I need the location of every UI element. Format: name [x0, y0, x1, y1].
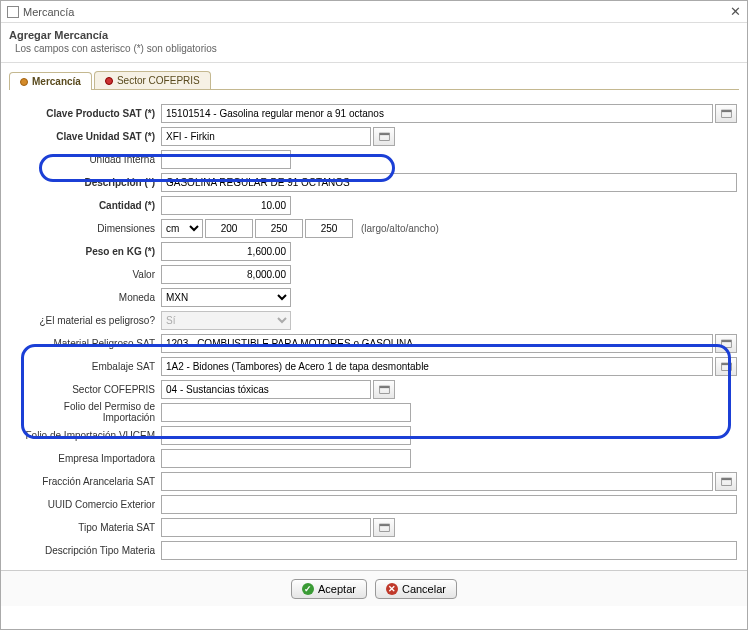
lbl-sector-cofepris: Sector COFEPRIS [11, 384, 161, 395]
lbl-fraccion: Fracción Arancelaria SAT [11, 476, 161, 487]
peso-input[interactable] [161, 242, 291, 261]
mat-peligroso-input[interactable] [161, 334, 713, 353]
tab-label: Mercancía [32, 76, 81, 87]
cancel-button[interactable]: ✕ Cancelar [375, 579, 457, 599]
lbl-uuid: UUID Comercio Exterior [11, 499, 161, 510]
window-icon [7, 6, 19, 18]
svg-rect-5 [721, 340, 731, 342]
lbl-folio-vucem: Folio de Importación VUCEM [11, 430, 161, 441]
lookup-button[interactable] [373, 127, 395, 146]
lbl-folio-permiso: Folio del Permiso de Importación [11, 401, 161, 423]
lbl-descripcion: Descripción (*) [84, 177, 155, 188]
lbl-embalaje: Embalaje SAT [11, 361, 161, 372]
lbl-desc-tipo-materia: Descripción Tipo Materia [11, 545, 161, 556]
svg-rect-3 [379, 133, 389, 135]
dim-ancho-input[interactable] [305, 219, 353, 238]
tabs: Mercancía Sector COFEPRIS [9, 71, 739, 90]
accept-label: Aceptar [318, 583, 356, 595]
tab-mercancia[interactable]: Mercancía [9, 72, 92, 90]
valor-input[interactable] [161, 265, 291, 284]
tab-cofepris[interactable]: Sector COFEPRIS [94, 71, 211, 89]
dim-alto-input[interactable] [255, 219, 303, 238]
header: Agregar Mercancía Los campos con asteris… [1, 23, 747, 58]
lbl-unidad-interna: Unidad Interna [11, 154, 161, 165]
dot-icon [105, 77, 113, 85]
lbl-valor: Valor [11, 269, 161, 280]
lbl-mat-peligroso: Material Peligroso SAT [11, 338, 161, 349]
peligroso-select: Sí [161, 311, 291, 330]
lbl-clave-producto: Clave Producto SAT (*) [46, 108, 155, 119]
window: Mercancía ✕ Agregar Mercancía Los campos… [0, 0, 748, 630]
svg-rect-9 [379, 386, 389, 388]
cancel-icon: ✕ [386, 583, 398, 595]
accept-button[interactable]: ✓ Aceptar [291, 579, 367, 599]
descripcion-input[interactable] [161, 173, 737, 192]
dot-icon [20, 78, 28, 86]
tab-label: Sector COFEPRIS [117, 75, 200, 86]
clave-producto-sat-input[interactable] [161, 104, 713, 123]
lookup-button[interactable] [373, 518, 395, 537]
form-area: Clave Producto SAT (*) Clave Unidad SAT … [1, 90, 747, 570]
lookup-button[interactable] [373, 380, 395, 399]
svg-rect-1 [721, 110, 731, 112]
lookup-button[interactable] [715, 357, 737, 376]
unidad-interna-input[interactable] [161, 150, 291, 169]
lbl-tipo-materia: Tipo Materia SAT [11, 522, 161, 533]
embalaje-input[interactable] [161, 357, 713, 376]
clave-unidad-sat-input[interactable] [161, 127, 371, 146]
lbl-dimensiones: Dimensiones [11, 223, 161, 234]
folio-permiso-input[interactable] [161, 403, 411, 422]
cancel-label: Cancelar [402, 583, 446, 595]
svg-rect-7 [721, 363, 731, 365]
titlebar: Mercancía ✕ [1, 1, 747, 23]
fraccion-input[interactable] [161, 472, 713, 491]
check-icon: ✓ [302, 583, 314, 595]
lbl-clave-unidad: Clave Unidad SAT (*) [56, 131, 155, 142]
svg-rect-13 [379, 524, 389, 526]
sector-cofepris-input[interactable] [161, 380, 371, 399]
cantidad-input[interactable] [161, 196, 291, 215]
lbl-cantidad: Cantidad (*) [99, 200, 155, 211]
lookup-button[interactable] [715, 104, 737, 123]
lbl-empresa-import: Empresa Importadora [11, 453, 161, 464]
footer: ✓ Aceptar ✕ Cancelar [1, 570, 747, 606]
uuid-input[interactable] [161, 495, 737, 514]
desc-tipo-materia-input[interactable] [161, 541, 737, 560]
close-icon[interactable]: ✕ [730, 4, 741, 19]
header-title: Agregar Mercancía [9, 29, 739, 41]
dim-hint: (largo/alto/ancho) [361, 223, 439, 234]
moneda-select[interactable]: MXN [161, 288, 291, 307]
tipo-materia-input[interactable] [161, 518, 371, 537]
header-subtitle: Los campos con asterisco (*) son obligat… [9, 43, 739, 54]
lookup-button[interactable] [715, 472, 737, 491]
dim-unit-select[interactable]: cm [161, 219, 203, 238]
empresa-import-input[interactable] [161, 449, 411, 468]
svg-rect-11 [721, 478, 731, 480]
lbl-moneda: Moneda [11, 292, 161, 303]
form-wrap: Mercancía Sector COFEPRIS Clave Producto… [1, 63, 747, 570]
window-title: Mercancía [23, 6, 74, 18]
dim-largo-input[interactable] [205, 219, 253, 238]
lookup-button[interactable] [715, 334, 737, 353]
lbl-peligroso: ¿El material es peligroso? [11, 315, 161, 326]
lbl-peso: Peso en KG (*) [86, 246, 155, 257]
folio-vucem-input[interactable] [161, 426, 411, 445]
